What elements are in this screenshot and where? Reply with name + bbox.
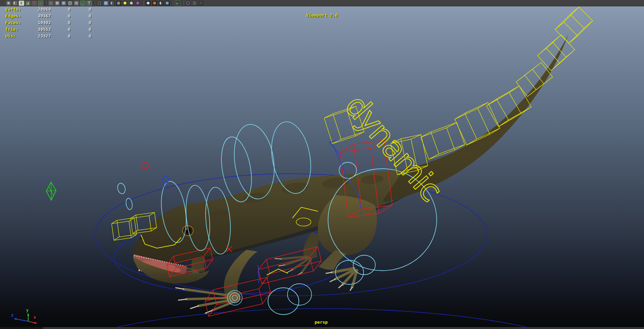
hud-stat-label: Faces: [5,20,30,25]
hud-stat-value: 38552 [30,27,51,32]
axis-gizmo-y[interactable] [27,313,29,316]
hud-stat-value: 0 [70,27,91,32]
wireframe-icon[interactable]: ◇ [48,1,54,6]
spine-ring-control[interactable] [125,198,133,210]
joint-box-control[interactable] [555,7,593,43]
smooth-shade-icon[interactable]: ● [61,1,66,6]
hud-stat-value: 19482 [30,20,51,25]
rig-controls[interactable]: dynamicxyz [11,7,593,324]
hud-stat-row: Verts:2006000 [5,6,91,12]
shaded-cube-icon[interactable]: ■ [103,1,109,6]
scene-svg: dynamicxyz [0,6,644,329]
isolate-select-icon[interactable]: ▻ [175,1,180,6]
hud-stat-value: 0 [70,7,91,12]
renderer-label: Viewport 2.0 [306,13,338,18]
hud-stat-value: 0 [51,7,70,12]
hud-stat-label: Tris: [5,27,30,32]
occlusion-icon[interactable]: ● [152,1,157,6]
default-light-icon[interactable]: ● [122,1,128,6]
motion-blur-icon[interactable]: ■ [165,1,170,6]
hud-stat-value: 0 [51,34,70,39]
hud-stat-value: 0 [70,34,91,39]
joint-box-control[interactable] [112,218,137,240]
toolbar-separator [3,1,4,5]
shadows-icon[interactable]: ● [146,1,151,6]
use-all-lights-icon[interactable]: ◍ [116,1,121,6]
camera-label: persp [315,320,328,325]
default-material-icon[interactable]: ‥ [80,1,86,6]
scene-cube-icon[interactable]: □ [185,1,191,6]
hud-stat-value: 39367 [30,13,51,18]
material-sphere-icon[interactable]: ● [135,1,141,6]
viewport[interactable]: dynamicxyz [0,6,644,329]
toolbar-separator [142,1,144,5]
spine-ring-control[interactable] [116,182,126,195]
hud-stat-label: UVs: [5,34,30,39]
node-connections-icon[interactable]: ∴ [198,1,204,6]
xray-icon[interactable]: ▨ [74,1,79,6]
hud-stat-value: 23327 [30,34,51,39]
master-control-circle[interactable] [27,309,617,329]
hud-stat-row: Faces:1948200 [5,19,91,26]
hud-stat-value: 0 [51,13,70,18]
axis-gizmo-z[interactable]: z [11,313,13,318]
hud-stats: Verts:2006000Edges:3936700Faces:1948200T… [5,6,91,39]
image-plane-icon[interactable]: ◪ [25,1,31,6]
hud-stat-label: Verts: [5,7,30,12]
hud-stat-value: 0 [51,27,70,32]
bottom-panel-edge [0,327,644,329]
toolbar-separator [182,1,183,5]
panel-toolbar: ◉◧▮◪+▰◇▦●○▨‥T□■◧◍●●●●●◐■▻□◫∴ [0,0,644,6]
multi-pane-icon[interactable]: ◫ [192,1,197,6]
flat-light-icon[interactable]: ● [129,1,134,6]
hud-stat-value: 20060 [30,7,51,12]
hud-stat-value: 0 [70,13,91,18]
toolbar-separator [45,1,46,5]
camera-icon[interactable]: ◉ [6,1,11,6]
screen-space-ao-icon[interactable]: ◐ [158,1,164,6]
camera-attributes-icon[interactable]: ◧ [12,1,18,6]
lizard-model[interactable] [131,35,568,313]
textured-icon[interactable]: T [87,1,92,6]
wireframe-cube-icon[interactable]: □ [97,1,102,6]
head-curl-control[interactable] [163,176,169,187]
toolbar-separator [172,1,173,5]
hud-stat-row: UVs:2332700 [5,33,91,39]
textured-cube-icon[interactable]: ◧ [110,1,115,6]
hud-stat-value: 0 [70,20,91,25]
hud-stat-row: Tris:3855200 [5,26,91,33]
axis-gizmo-y[interactable]: y [26,308,29,313]
spine-ring-control[interactable] [353,255,375,275]
head-curl-control[interactable] [142,163,148,169]
bookmark-icon[interactable]: ▮ [19,1,24,6]
axis-gizmo-x[interactable]: x [34,315,36,320]
pan-zoom-icon[interactable]: + [32,1,37,6]
hud-stat-value: 0 [51,20,70,25]
film-gate-icon[interactable]: ▦ [55,1,60,6]
joint-box-control[interactable] [516,62,553,97]
bottom-panel-edge-segment [43,327,644,329]
hud-stat-label: Edges: [5,13,30,18]
spine-ring-control[interactable] [268,288,299,315]
wireframe-on-shaded-icon[interactable]: ○ [67,1,73,6]
hud-stat-row: Edges:3936700 [5,12,91,19]
toolbar-separator [94,1,95,5]
grease-pencil-icon[interactable]: ▰ [38,1,43,6]
